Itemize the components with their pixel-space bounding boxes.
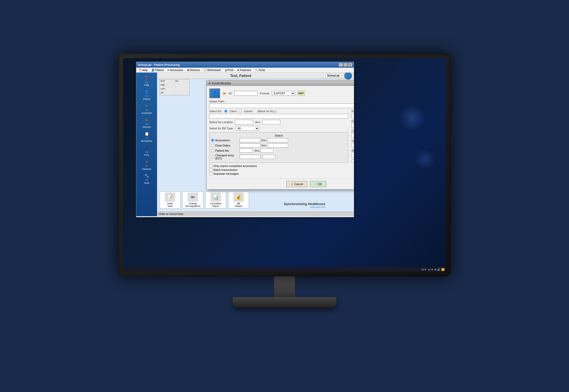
menu-accession[interactable]: ✏ Accession (167, 68, 184, 72)
panel-test-translation-select[interactable] (351, 113, 354, 118)
dialog-top-row: 👤 ➤ ID: Format: EXPORT HL7 (209, 88, 354, 98)
client-translation-select[interactable] (351, 133, 354, 138)
changed-since-radio[interactable] (211, 155, 214, 158)
sidebar-item-print[interactable]: 🖨 F6 Print (136, 144, 157, 157)
select-for-blank-label: (Blank for ALL) (257, 110, 276, 113)
tools-icon: 🔧 (143, 173, 150, 179)
sidebar-item-patient-fkey: F2 (145, 95, 148, 97)
select-for-row: Select for: Client Carrier (Blank for AL… (209, 110, 348, 113)
select-for-carrier-radio[interactable] (239, 110, 242, 113)
dialog-footer: ✕ Cancel ✓ OK (207, 179, 354, 189)
cancel-x-icon: ✕ (291, 183, 293, 186)
profile-icon: 👤 (209, 88, 220, 98)
panel-test-translation: Panel/Test Translation: NEW (351, 110, 354, 118)
accessions-radio[interactable] (211, 139, 214, 142)
menu-tools[interactable]: 🔧 Tools (254, 68, 266, 72)
patient-ids-from-input[interactable] (240, 149, 253, 153)
sidebar-item-help[interactable]: ❓ F1 Help (136, 74, 157, 87)
select-for-client-radio[interactable] (224, 110, 227, 113)
dialog-title-text: Covid Results (212, 82, 231, 85)
accessions-from-input[interactable] (240, 138, 260, 142)
changed-since-to-input[interactable] (262, 155, 275, 159)
use-vt-checkbox[interactable] (351, 159, 354, 163)
bill-type-select[interactable]: All Insurance Client Self-Pay (236, 126, 259, 131)
dialog-title: ⚠ Covid Results (208, 81, 231, 85)
help-menu-icon: ❓ (138, 69, 141, 72)
patient-ids-row: Patient Ids: thru (211, 149, 347, 153)
menu-patient-label: Patient (155, 68, 164, 72)
sidebar-item-features[interactable]: ★ F7 Features (136, 158, 157, 171)
select-location-row: Select for Location thru (209, 120, 348, 124)
panel-test-translation-label: Panel/Test Translation: (351, 110, 354, 113)
changed-since-row: Changed since (D/T): (211, 154, 347, 160)
only-export-checkbox[interactable] (209, 164, 212, 167)
minimize-button[interactable]: − (339, 63, 343, 67)
menu-help[interactable]: ❓ Help (137, 68, 148, 72)
menu-print[interactable]: 🖨 Print (224, 68, 234, 72)
sidebar-item-devices[interactable]: 🖥 F4 Devices (136, 116, 157, 129)
sidebar-item-patient[interactable]: 👤 F2 Patient (136, 88, 157, 101)
accession-icon: ✏ (143, 103, 150, 109)
close-button[interactable]: ✕ (348, 63, 352, 67)
ok-button[interactable]: ✓ OK (310, 181, 326, 187)
draw-dates-from-input[interactable] (240, 143, 260, 148)
dialog-body: 👤 ➤ ID: Format: EXPORT HL7 (207, 86, 354, 179)
menu-devices[interactable]: 🖥 Devices (186, 68, 201, 72)
sidebar-item-features-fkey: F7 (145, 165, 148, 167)
select-path-input[interactable] (209, 103, 354, 108)
select-location-from-input[interactable] (235, 120, 253, 124)
dialog-left-column: Select for: Client Carrier (Blank for AL… (209, 110, 348, 176)
separate-messages-checkbox[interactable] (209, 172, 212, 175)
ok-check-icon: ✓ (314, 183, 317, 186)
monitor-base (233, 297, 336, 307)
sidebar-item-features-label: Features (142, 168, 151, 170)
select-path-label: Select Path: (209, 100, 354, 103)
doctor-translation: Doctor Translation: NEW (351, 120, 354, 128)
menu-features[interactable]: ★ Features (236, 68, 252, 72)
cancel-button[interactable]: ✕ Cancel (286, 181, 307, 187)
app-menubar: ❓ Help 👤 Patient ✏ Accession 🖥 Devices (136, 68, 354, 73)
sidebar-item-accession[interactable]: ✏ F3 Accession (136, 102, 157, 115)
background-glow-right (399, 105, 425, 131)
doctor-translation-select[interactable] (351, 123, 354, 128)
menu-worksheet[interactable]: 📋 Worksheet (203, 68, 221, 72)
patient-ids-radio[interactable] (211, 149, 214, 152)
billtype-translation-select[interactable] (351, 153, 354, 157)
billtype-translation: Billtype Translation: NEW (351, 149, 354, 157)
select-location-to-input[interactable] (262, 120, 280, 124)
menu-patient[interactable]: 👤 Patient (151, 68, 165, 72)
app-window: SchuyLab - Patient Processing − □ ✕ ❓ He… (136, 62, 354, 217)
sidebar-item-tools[interactable]: 🔧 F8 Tools (136, 172, 157, 185)
doctor-translation-label: Doctor Translation: (351, 120, 354, 123)
sidebar-item-help-label: Help (144, 84, 149, 86)
panel-test-translation-row: NEW (351, 113, 354, 118)
app-titlebar: SchuyLab - Patient Processing − □ ✕ (136, 62, 354, 68)
sidebar-item-worksheet-fkey: F5 (145, 137, 148, 139)
print-menu-icon: 🖨 (225, 69, 227, 72)
id-input[interactable] (234, 91, 258, 96)
format-label: Format: (260, 92, 270, 95)
client-translation: Client Translation: NEW (351, 129, 354, 138)
cancel-label: Cancel (294, 183, 303, 186)
sidebar-item-worksheet-label: Worksheet (141, 140, 152, 142)
id-label: ID: (229, 92, 232, 95)
changed-since-from-input[interactable] (240, 155, 260, 159)
taskbar: ⊞/▼ ▲/▼ ■ 🔊 📶 (123, 267, 446, 272)
accessions-to-input[interactable] (267, 138, 288, 142)
restore-button[interactable]: □ (343, 63, 348, 67)
draw-dates-radio[interactable] (211, 144, 214, 147)
taskbar-icon-5: 📶 (441, 268, 444, 271)
insurance-translation-select[interactable] (351, 143, 354, 148)
format-select[interactable]: EXPORT HL7 CSV (272, 91, 295, 96)
arrow-icon: ➤ (222, 90, 227, 96)
changed-since-label: Changed since (D/T): (215, 154, 239, 160)
select-for-input[interactable] (209, 114, 348, 118)
batch-transmission-checkbox[interactable] (209, 168, 212, 171)
features-icon: ★ (143, 159, 150, 165)
draw-dates-to-input[interactable] (267, 143, 288, 148)
insurance-translation-row: NEW (351, 143, 354, 148)
patient-ids-to-input[interactable] (261, 149, 274, 153)
sidebar-item-worksheet[interactable]: 📋 F5 Worksheet (136, 130, 157, 143)
edit-button[interactable]: EDIT (297, 91, 305, 96)
monitor-neck (274, 276, 295, 297)
